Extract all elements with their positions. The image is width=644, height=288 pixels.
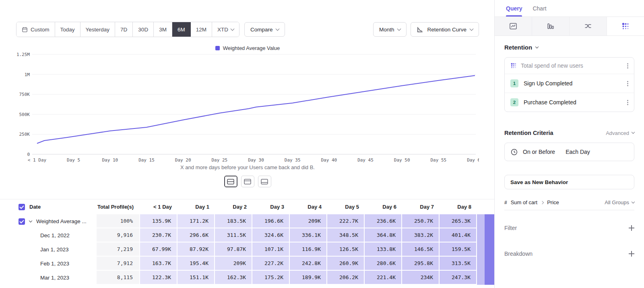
retention-value-cell[interactable]: 336.1K xyxy=(290,228,327,242)
expand-chevron-icon[interactable] xyxy=(29,219,32,222)
retention-value-cell[interactable]: 107.1K xyxy=(252,242,290,257)
range-xtd[interactable]: XTD xyxy=(212,22,239,37)
retention-value-cell[interactable]: 401.4K xyxy=(440,228,477,242)
range-12m[interactable]: 12M xyxy=(191,22,212,37)
layout-toggle-chart-top[interactable] xyxy=(241,176,254,187)
range-custom[interactable]: Custom xyxy=(17,22,55,37)
total-profiles-cell[interactable]: 8,115 xyxy=(97,271,140,285)
retention-value-cell[interactable]: 175.2K xyxy=(252,271,290,285)
day-column-header: Day 4 xyxy=(290,204,327,210)
kebab-menu-icon[interactable] xyxy=(627,102,628,103)
tab-query[interactable]: Query xyxy=(506,0,522,17)
retention-value-cell[interactable]: 196.6K xyxy=(252,214,290,228)
retention-value-cell[interactable]: 265.3K xyxy=(440,214,477,228)
retention-value-cell[interactable]: 311.5K xyxy=(215,228,252,242)
retention-value-cell[interactable]: 364.8K xyxy=(365,228,402,242)
metric-row[interactable]: # Sum of cart Price All Groups xyxy=(504,195,634,210)
chevron-down-icon xyxy=(276,27,280,31)
retention-value-cell[interactable]: 209K xyxy=(290,214,327,228)
all-groups-dropdown[interactable]: All Groups xyxy=(605,199,634,205)
retention-value-cell[interactable]: 222.7K xyxy=(327,214,365,228)
range-6m[interactable]: 6M xyxy=(172,22,191,37)
retention-value-cell[interactable]: 280.6K xyxy=(365,257,402,271)
retention-value-cell[interactable]: 159.5K xyxy=(440,242,477,257)
viz-tab-insights[interactable] xyxy=(495,17,532,35)
retention-value-cell[interactable]: 122.3K xyxy=(140,271,178,285)
sidebar-tabs: Query Chart xyxy=(495,0,644,17)
compare-button[interactable]: Compare xyxy=(244,22,285,37)
retention-value-cell[interactable]: 133.8K xyxy=(365,242,402,257)
layout-toggle-chart-bottom[interactable] xyxy=(258,176,271,187)
retention-value-cell[interactable]: 67.99K xyxy=(140,242,178,257)
viz-tab-funnels[interactable] xyxy=(532,17,570,35)
retention-value-cell[interactable]: 227.2K xyxy=(252,257,290,271)
retention-value-cell[interactable]: 163.7K xyxy=(140,257,178,271)
retention-value-cell[interactable]: 151.1K xyxy=(178,271,215,285)
retention-value-cell[interactable]: 260.9K xyxy=(327,257,365,271)
viz-tab-retention[interactable] xyxy=(607,17,644,35)
retention-value-cell[interactable]: 116.9K xyxy=(290,242,327,257)
retention-value-cell[interactable]: 87.92K xyxy=(178,242,215,257)
retention-value-cell[interactable]: 236.6K xyxy=(365,214,402,228)
retention-value-cell[interactable]: 313.5K xyxy=(440,257,477,271)
retention-value-cell[interactable]: 183.5K xyxy=(215,214,252,228)
filter-label: Filter xyxy=(504,225,517,231)
select-all-checkbox[interactable] xyxy=(19,204,25,210)
granularity-button[interactable]: Month xyxy=(373,22,407,37)
retention-value-cell[interactable]: 230.7K xyxy=(140,228,178,242)
behavior-header[interactable]: Total spend of new users xyxy=(505,58,634,74)
criteria-box[interactable]: On or Before Each Day xyxy=(504,143,634,161)
retention-value-cell[interactable]: 348.5K xyxy=(327,228,365,242)
retention-value-cell[interactable]: 296.6K xyxy=(178,228,215,242)
flows-icon xyxy=(584,22,592,30)
kebab-menu-icon[interactable] xyxy=(627,83,628,84)
total-profiles-header: Total Profile(s) xyxy=(97,204,140,210)
analysis-type-dropdown[interactable]: Retention xyxy=(504,44,634,51)
retention-value-cell[interactable]: 97.87K xyxy=(215,242,252,257)
kebab-menu-icon[interactable] xyxy=(627,65,628,66)
retention-value-cell[interactable]: 383.2K xyxy=(402,228,440,242)
behavior-step[interactable]: 2 Purchase Completed xyxy=(505,93,634,112)
retention-value-cell[interactable]: 242.8K xyxy=(290,257,327,271)
viz-type-tabs xyxy=(495,17,644,36)
behavior-step[interactable]: 1 Sign Up Completed xyxy=(505,74,634,93)
retention-value-cell[interactable]: 162.3K xyxy=(215,271,252,285)
retention-value-cell[interactable]: 146.5K xyxy=(402,242,440,257)
retention-value-cell[interactable]: 250.7K xyxy=(402,214,440,228)
range-3m[interactable]: 3M xyxy=(154,22,172,37)
retention-value-cell[interactable]: 189.9K xyxy=(290,271,327,285)
layout-toggle-chart-and-table[interactable] xyxy=(224,176,237,187)
advanced-dropdown[interactable]: Advanced xyxy=(606,130,634,136)
retention-value-cell[interactable]: 209K xyxy=(215,257,252,271)
retention-value-cell[interactable]: 247.3K xyxy=(440,271,477,285)
range-today[interactable]: Today xyxy=(55,22,80,37)
range-7d[interactable]: 7D xyxy=(115,22,133,37)
compare-label: Compare xyxy=(250,27,273,33)
add-filter-button[interactable] xyxy=(629,225,634,231)
chart-style-button[interactable]: Retention Curve xyxy=(411,22,479,37)
total-profiles-cell[interactable]: 9,916 xyxy=(97,228,140,242)
retention-value-cell[interactable]: 195.4K xyxy=(178,257,215,271)
add-breakdown-button[interactable] xyxy=(629,251,634,257)
save-as-new-behavior-button[interactable]: Save as New Behavior xyxy=(504,175,634,189)
total-profiles-cell[interactable]: 7,219 xyxy=(97,242,140,257)
viz-tab-flows[interactable] xyxy=(570,17,607,35)
range-30d[interactable]: 30D xyxy=(133,22,154,37)
tab-chart[interactable]: Chart xyxy=(533,0,546,17)
range-yesterday[interactable]: Yesterday xyxy=(80,22,116,37)
retention-value-cell[interactable]: 221.4K xyxy=(365,271,402,285)
retention-value-cell[interactable]: 135.9K xyxy=(140,214,178,228)
row-checkbox[interactable] xyxy=(19,218,25,225)
retention-value-cell[interactable]: 324.6K xyxy=(252,228,290,242)
retention-value-cell[interactable]: 206.2K xyxy=(327,271,365,285)
retention-value-cell[interactable]: 171.2K xyxy=(178,214,215,228)
x-axis-tick-label: Day 60 xyxy=(467,157,479,163)
retention-value-cell[interactable]: 126.5K xyxy=(327,242,365,257)
day-column-header: < 1 Day xyxy=(140,204,178,210)
retention-value-cell[interactable]: 234K xyxy=(402,271,440,285)
retention-value-cell[interactable]: 295.8K xyxy=(402,257,440,271)
criteria-window[interactable]: Each Day xyxy=(566,149,590,155)
total-profiles-cell[interactable]: 100% xyxy=(97,214,140,228)
total-profiles-cell[interactable]: 7,912 xyxy=(97,257,140,271)
criteria-condition[interactable]: On or Before xyxy=(523,149,555,155)
